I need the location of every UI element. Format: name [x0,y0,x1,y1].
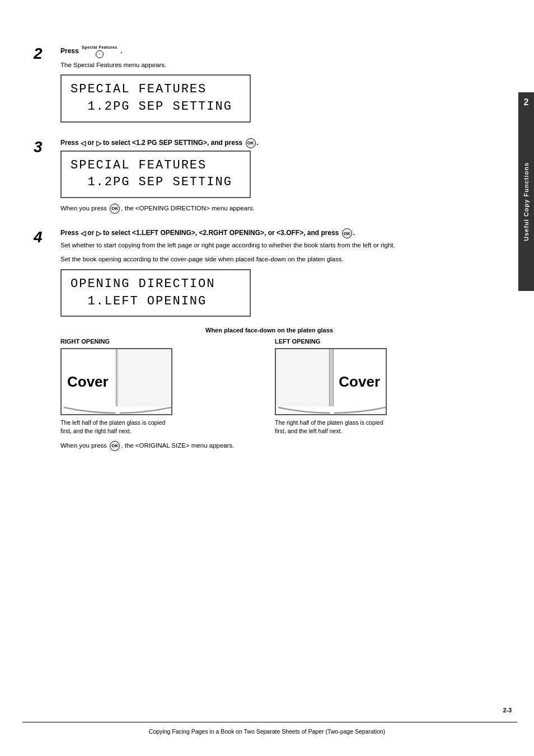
step-4-header: Press ◁ or ▷ to select <1.LEFT OPENING>,… [60,228,478,238]
step-4-lcd-line2: 1.LEFT OPENING [71,293,241,311]
step-4-content: Press ◁ or ▷ to select <1.LEFT OPENING>,… [56,228,478,455]
bottom-rule [22,722,517,722]
step-4-final-note: When you press OK, the <ORIGINAL SIZE> m… [60,441,478,451]
side-tab-label: Useful Copy Functions [523,162,530,241]
step-4-lcd: OPENING DIRECTION 1.LEFT OPENING [60,269,251,317]
right-opening-label: RIGHT OPENING [60,338,264,345]
binding-svg-left [276,406,387,414]
left-arrow-icon: ◁ [81,139,86,147]
step-3-header: Press ◁ or ▷ to select <1.2 PG SEP SETTI… [60,138,478,148]
left-opening-caption: The right half of the platen glass is co… [275,419,387,435]
special-features-icon: Special Features · [82,45,118,58]
ok-button3: OK [110,441,120,451]
right-opening-caption: The left half of the platen glass is cop… [60,419,172,435]
left-opening-binding [276,406,386,414]
right-opening-cover-label: Cover [67,373,109,391]
step-3-desc: When you press OK, the <OPENING DIRECTIO… [60,204,478,214]
step-3-lcd-line2: 1.2PG SEP SETTING [71,174,241,191]
ok-button: OK [246,138,256,148]
diagrams-row: RIGHT OPENING Cover [60,338,478,435]
step-2-lcd-line2: 1.2PG SEP SETTING [71,98,241,116]
step-4-number: 4 [34,228,56,455]
diagram-title: When placed face-down on the platen glas… [60,327,478,334]
left-arrow-icon2: ◁ [81,229,86,237]
side-tab-number: 2 [518,92,534,112]
left-opening-label: LEFT OPENING [275,338,478,345]
step-3-lcd-line1: SPECIAL FEATURES [71,157,241,175]
left-opening-cover-label: Cover [339,373,380,391]
step-4-desc1: Set whether to start copying from the le… [60,241,478,250]
diagrams-section: When placed face-down on the platen glas… [60,327,478,435]
right-opening-col: RIGHT OPENING Cover [60,338,264,435]
step-3-number: 3 [34,138,56,219]
right-opening-diagram: Cover [60,348,172,415]
step-2-content: Press Special Features · . The Special F… [56,45,478,128]
left-opening-col: LEFT OPENING Cover [275,338,478,435]
step-3-content: Press ◁ or ▷ to select <1.2 PG SEP SETTI… [56,138,478,219]
right-arrow-icon: ▷ [96,139,101,147]
step-2-header: Press Special Features · . [60,45,478,58]
step-3: 3 Press ◁ or ▷ to select <1.2 PG SEP SET… [34,138,478,219]
binding-svg-right [62,406,172,414]
ok-button2: OK [342,228,352,238]
left-opening-spine [329,349,334,414]
left-opening-left-page [276,349,329,408]
step-2: 2 Press Special Features · . The Special… [34,45,478,128]
footer-page: 2-3 [503,707,512,713]
step-2-number: 2 [34,45,56,128]
ok-button-inline: OK [110,204,120,214]
step-3-lcd: SPECIAL FEATURES 1.2PG SEP SETTING [60,151,251,199]
step-2-desc: The Special Features menu appears. [60,60,478,70]
left-opening-diagram: Cover [275,348,387,415]
right-opening-right-page [118,349,171,408]
step-2-lcd-line1: SPECIAL FEATURES [71,81,241,98]
side-tab: Useful Copy Functions [518,112,534,291]
right-arrow-icon2: ▷ [96,229,101,237]
step-4-desc2: Set the book opening according to the co… [60,255,478,264]
main-content: 2 Press Special Features · . The Special… [34,34,500,456]
step-2-lcd: SPECIAL FEATURES 1.2PG SEP SETTING [60,74,251,123]
step-4-lcd-line1: OPENING DIRECTION [71,276,241,293]
step-4: 4 Press ◁ or ▷ to select <1.LEFT OPENING… [34,228,478,455]
footer-text: Copying Facing Pages in a Book on Two Se… [0,728,534,735]
right-opening-binding [62,406,171,414]
page: 2 Useful Copy Functions 2 Press Special … [0,0,534,756]
